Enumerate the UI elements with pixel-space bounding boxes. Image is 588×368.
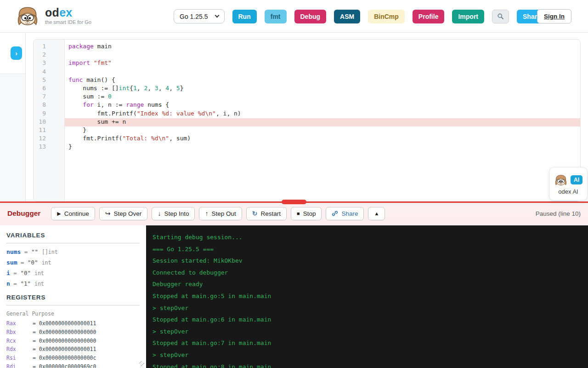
line-number[interactable]: 4 (34, 68, 64, 76)
console-line: Stopped at main.go:8 in main.main (153, 361, 582, 368)
register-value: = 0x0000000000000000 (33, 329, 96, 335)
stop-button[interactable]: ■Stop (291, 207, 322, 220)
line-number[interactable]: 1 (34, 43, 64, 51)
debug-console[interactable]: Starting debug session...=== Go 1.25.5 =… (146, 225, 588, 368)
register-name: Rbx (6, 329, 33, 335)
asm-button[interactable]: ASM (334, 10, 360, 23)
register-value: = 0x0000000000000000 (33, 338, 96, 344)
code-line[interactable]: } (65, 143, 580, 151)
panel-resize-grip[interactable] (139, 361, 144, 366)
line-number[interactable]: 9 (34, 110, 64, 118)
register-name: Rcx (6, 338, 33, 344)
code-line[interactable] (65, 51, 580, 59)
line-number[interactable]: 13 (34, 143, 64, 151)
line-number[interactable]: 11 (34, 126, 64, 135)
fmt-button[interactable]: fmt (265, 10, 287, 23)
code-line-paused[interactable]: sum += n (65, 118, 580, 126)
register-row: Rdi= 0x000000c0000969c0 (6, 363, 140, 368)
step-over-icon: ↪ (105, 210, 111, 217)
variable-row[interactable]: sum = "0"int (6, 259, 140, 266)
odex-ai-widget[interactable]: AI odex AI (549, 167, 588, 201)
divider (6, 243, 140, 243)
variable-row[interactable]: n = "1"int (6, 280, 140, 287)
code-token: main() { (83, 76, 115, 83)
line-number[interactable]: 10 (34, 118, 64, 126)
panel-resize-handle[interactable] (282, 200, 306, 204)
run-button[interactable]: Run (232, 10, 257, 23)
code-line[interactable]: fmt.Printf("Total: %d\n", sum) (65, 135, 580, 143)
share-button[interactable]: Share (326, 207, 364, 220)
line-number[interactable]: 8 (34, 101, 64, 109)
console-line: Connected to debugger (153, 267, 582, 279)
line-number[interactable]: 3 (34, 59, 64, 68)
import-button[interactable]: Import (452, 10, 484, 23)
go-version-select[interactable]: Go 1.25.5 (174, 9, 225, 23)
register-group-label: General Purpose (6, 310, 140, 317)
variable-type: []int (42, 249, 58, 255)
variable-value: "0" (28, 259, 38, 266)
variable-type: int (34, 281, 44, 287)
register-name: Rdi (6, 363, 33, 368)
step-into-button[interactable]: ↓Step Into (152, 207, 195, 220)
code-token (68, 101, 83, 108)
console-line: Stopped at main.go:7 in main.main (153, 337, 582, 349)
line-number[interactable]: 2 (34, 51, 64, 59)
variable-type: int (34, 270, 44, 276)
line-number[interactable]: 6 (34, 85, 64, 93)
code-line[interactable]: sum := 0 (65, 93, 580, 101)
app-subtitle: the smart IDE for Go (45, 19, 91, 25)
code-line[interactable]: package main (65, 43, 580, 51)
bincmp-button[interactable]: BinCmp (368, 10, 405, 23)
code-editor[interactable]: 12345678910111213 package mainimport "fm… (33, 39, 581, 201)
collapse-button[interactable]: ▲ (368, 207, 385, 220)
code-line[interactable]: func main() { (65, 76, 580, 85)
step-out-button[interactable]: ↑Step Out (199, 207, 242, 220)
code-token: package (68, 43, 94, 50)
variable-row[interactable]: nums = ""[]int (6, 248, 140, 255)
step-over-button[interactable]: ↪Step Over (99, 207, 148, 220)
code-line[interactable]: nums := []int{1, 2, 3, 4, 5} (65, 85, 580, 93)
code-line[interactable]: } (65, 126, 580, 135)
console-line: === Go 1.25.5 === (153, 243, 582, 255)
code-line[interactable]: fmt.Printf("Index %d: value %d\n", i, n) (65, 110, 580, 118)
button-label: Share (341, 210, 358, 217)
equals-sign: = (10, 280, 21, 287)
register-name: Rax (6, 320, 33, 327)
code-token: i, n := (94, 101, 126, 108)
code-token: , (147, 85, 155, 92)
debug-button[interactable]: Debug (294, 10, 327, 23)
code-line[interactable] (65, 68, 580, 76)
register-name: Rsi (6, 355, 33, 361)
debugger-title: Debugger (7, 209, 40, 218)
code-area[interactable]: package mainimport "fmt"func main() { nu… (65, 40, 580, 201)
continue-button[interactable]: ▶Continue (51, 207, 95, 220)
restart-icon: ↻ (252, 210, 258, 217)
code-line[interactable]: import "fmt" (65, 59, 580, 68)
debugger-status: Paused (line 10) (536, 210, 581, 217)
app-header: odex the smart IDE for Go Go 1.25.5 Runf… (0, 0, 588, 33)
variable-value: "0" (20, 270, 31, 276)
line-number[interactable]: 12 (34, 135, 64, 143)
profile-button[interactable]: Profile (413, 10, 445, 23)
button-label: Continue (64, 210, 89, 217)
sidebar-expand-button[interactable]: › (11, 46, 22, 60)
line-number-gutter[interactable]: 12345678910111213 (34, 40, 65, 201)
register-row: Rsi= 0x000000000000000c (6, 355, 140, 361)
register-row: Rcx= 0x0000000000000000 (6, 338, 140, 344)
console-line: Starting debug session... (153, 231, 582, 243)
line-number[interactable]: 5 (34, 76, 64, 85)
register-name: Rdx (6, 346, 33, 352)
continue-icon: ▶ (57, 211, 61, 216)
step-out-icon: ↑ (205, 210, 208, 217)
equals-sign: = (10, 270, 21, 276)
line-number[interactable]: 7 (34, 93, 64, 101)
variable-row[interactable]: i = "0"int (6, 270, 140, 276)
code-token: fmt.Printf( (68, 135, 122, 142)
step-into-icon: ↓ (158, 210, 161, 217)
restart-button[interactable]: ↻Restart (246, 207, 287, 220)
sign-in-button[interactable]: Sign In (537, 9, 571, 23)
code-line[interactable]: for i, n := range nums { (65, 101, 580, 109)
code-token: , (169, 85, 176, 92)
debugger-panel: Debugger ▶Continue↪Step Over↓Step Into↑S… (0, 201, 588, 368)
search-button[interactable] (492, 10, 509, 23)
